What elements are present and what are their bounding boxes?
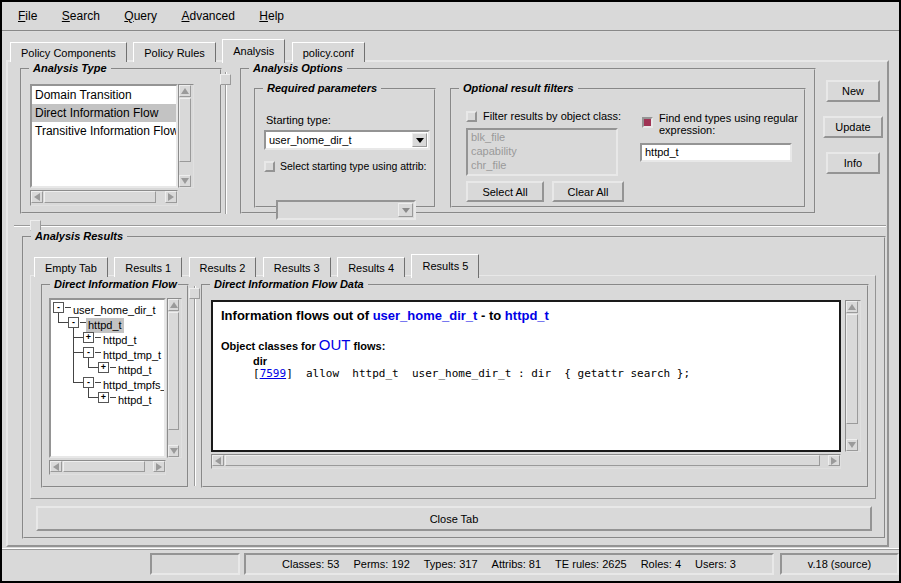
tree-expander[interactable]: + (98, 362, 109, 373)
pane-sash-handle[interactable] (189, 288, 200, 299)
tab-results-5[interactable]: Results 5 (411, 254, 479, 278)
scrollbar-thumb[interactable] (168, 312, 179, 430)
stat-perms: Perms: 192 (354, 558, 410, 570)
scroll-right-icon[interactable] (828, 455, 840, 466)
tree-node-label[interactable]: httpd_t (116, 393, 154, 408)
required-parameters-title: Required parameters (263, 82, 381, 94)
chevron-down-icon[interactable] (412, 133, 427, 147)
flow-tree-frame: Direct Information Flow T (41, 284, 189, 488)
close-tab-button[interactable]: Close Tab (36, 506, 872, 531)
tab-results-3[interactable]: Results 3 (263, 257, 331, 277)
tree-row[interactable]: - user_home_dir_t (51, 300, 164, 315)
rule-id-link[interactable]: 7599 (260, 367, 287, 380)
tree-row[interactable]: + httpd_t (51, 360, 164, 375)
clear-all-button[interactable]: Clear All (552, 181, 624, 202)
update-button[interactable]: Update (823, 116, 883, 138)
tree-row[interactable]: + httpd_t (51, 390, 164, 405)
tab-analysis[interactable]: Analysis (222, 39, 285, 63)
flow-header-prefix: Information flows out of (221, 308, 373, 323)
flow-subheader: Object classes for OUT flows: (221, 336, 831, 353)
menu-file[interactable]: File (14, 2, 41, 23)
pane-sash-handle[interactable] (220, 74, 231, 85)
object-class-listbox[interactable]: blk_file capability chr_file (466, 128, 618, 176)
tree-expander[interactable]: - (83, 377, 94, 388)
results-tab-body: Direct Information Flow T (30, 275, 876, 499)
stat-roles: Roles: 4 (641, 558, 681, 570)
tab-policy-conf[interactable]: policy.conf (292, 42, 365, 62)
scrollbar-thumb[interactable] (225, 455, 820, 466)
rule-text: allow httpd_t user_home_dir_t : dir { ge… (293, 367, 690, 380)
analysis-type-horizontal-scrollbar[interactable] (30, 190, 178, 206)
scroll-left-icon[interactable] (31, 191, 43, 203)
tree-expander[interactable]: + (98, 392, 109, 403)
scroll-left-icon[interactable] (50, 461, 62, 472)
scroll-up-icon[interactable] (168, 299, 179, 311)
tree-expander[interactable]: + (83, 332, 94, 343)
tree-expander[interactable]: - (68, 317, 79, 328)
menu-search[interactable]: Search (58, 2, 104, 23)
regex-input[interactable] (640, 143, 792, 162)
tree-horizontal-scrollbar[interactable] (49, 460, 166, 475)
scrollbar-thumb[interactable] (44, 191, 156, 203)
tab-results-1[interactable]: Results 1 (114, 257, 182, 277)
data-vertical-scrollbar[interactable] (845, 300, 861, 452)
analysis-results-frame: Analysis Results Empty Tab Results 1 Res… (22, 236, 886, 539)
scroll-left-icon[interactable] (212, 455, 224, 466)
scrollbar-thumb[interactable] (846, 314, 858, 424)
tab-empty-tab[interactable]: Empty Tab (34, 257, 108, 277)
flow-tree[interactable]: - user_home_dir_t - httpd_t + htt (49, 298, 166, 458)
scroll-up-icon[interactable] (846, 301, 858, 313)
new-button[interactable]: New (826, 80, 880, 102)
scroll-up-icon[interactable] (179, 85, 191, 97)
attrib-combo-value (278, 202, 414, 206)
tree-expander[interactable]: - (53, 302, 64, 313)
starting-type-combobox[interactable]: user_home_dir_t (264, 130, 430, 150)
list-item[interactable]: Direct Information Flow (32, 104, 176, 122)
list-item[interactable]: Transitive Information Flow (32, 122, 176, 140)
tree-row[interactable]: - httpd_tmpfs_t (51, 375, 164, 390)
tree-row[interactable]: - httpd_tmp_t (51, 345, 164, 360)
attrib-checkbox[interactable] (264, 161, 275, 172)
tree-row[interactable]: - httpd_t (51, 315, 164, 330)
flow-data-frame: Direct Information Flow Data Information… (201, 284, 869, 488)
tree-connector (80, 322, 86, 323)
results-sash-vertical[interactable] (194, 286, 196, 486)
menu-help[interactable]: Help (255, 2, 288, 23)
analysis-type-listbox[interactable]: Domain Transition Direct Information Flo… (30, 84, 178, 188)
scroll-down-icon[interactable] (846, 439, 858, 451)
flow-header: Information flows out of user_home_dir_t… (221, 308, 831, 323)
list-item[interactable]: Domain Transition (32, 86, 176, 104)
scroll-down-icon[interactable] (179, 175, 191, 187)
flow-header-middle: - to (477, 308, 504, 323)
data-horizontal-scrollbar[interactable] (211, 454, 841, 469)
scroll-down-icon[interactable] (168, 445, 179, 457)
rule-bracket: [ (253, 367, 260, 380)
pane-sash-horizontal[interactable] (14, 225, 886, 227)
stat-classes: Classes: 53 (282, 558, 339, 570)
tree-vertical-scrollbar[interactable] (167, 298, 182, 458)
menu-advanced[interactable]: Advanced (177, 2, 238, 23)
rule-bracket: ] (286, 367, 293, 380)
scroll-right-icon[interactable] (153, 461, 165, 472)
analysis-type-vertical-scrollbar[interactable] (178, 84, 194, 188)
select-all-button[interactable]: Select All (466, 181, 544, 202)
tab-policy-components[interactable]: Policy Components (10, 42, 127, 62)
tab-results-2[interactable]: Results 2 (189, 257, 257, 277)
tree-expander[interactable]: - (83, 347, 94, 358)
scrollbar-thumb[interactable] (179, 98, 191, 162)
tree-row[interactable]: + httpd_t (51, 330, 164, 345)
attrib-combobox[interactable] (276, 200, 416, 220)
regex-checkbox[interactable] (642, 117, 653, 128)
info-button[interactable]: Info (826, 152, 880, 174)
pane-sash-vertical[interactable] (225, 72, 227, 214)
scrollbar-thumb[interactable] (63, 461, 145, 472)
tab-results-4[interactable]: Results 4 (337, 257, 405, 277)
tree-connector (95, 337, 101, 338)
scroll-right-icon[interactable] (165, 191, 177, 203)
menu-query[interactable]: Query (120, 2, 161, 23)
tab-policy-rules[interactable]: Policy Rules (133, 42, 216, 62)
status-cell-stats: Classes: 53 Perms: 192 Types: 317 Attrib… (244, 553, 774, 575)
regex-checkbox-row: Find end types using regular expression: (642, 112, 809, 136)
object-class-checkbox[interactable] (466, 111, 477, 122)
flow-data-textarea[interactable]: Information flows out of user_home_dir_t… (211, 300, 841, 452)
